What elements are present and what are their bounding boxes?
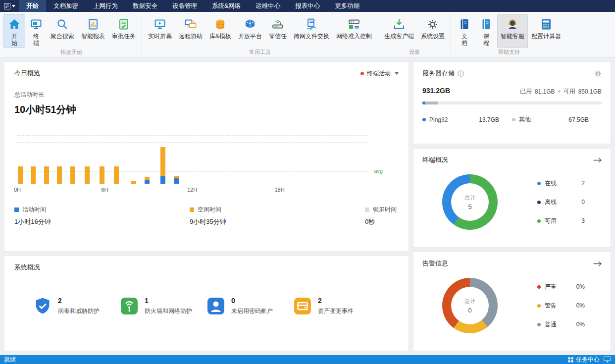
system-item-资产变更事件[interactable]: 2资产变更事件 [293,297,380,317]
ribbon-group-快速开始: 开 始终 端聚合搜索智能报表审批任务快速开始 [1,12,142,57]
ribbon-button-系统设置[interactable]: 系统设置 [417,14,448,48]
storage-free-value: 850.1GB [578,88,602,95]
alerts-card: 告警信息 总计 0 严重0%警告0%普通0% [413,252,611,351]
terminal-donut-legend: 在线2离线0可用3 [537,179,585,225]
chart-bar-idle-segment [100,166,104,184]
ribbon-button-生成客户端[interactable]: 生成客户端 [381,14,417,48]
ribbon-button-开放平台[interactable]: 开放平台 [235,14,265,48]
app-icon [4,3,10,9]
chart-bar [31,128,36,184]
terminal-activity-filter[interactable]: 终端活动 [360,69,399,78]
ribbon-button-开始[interactable]: 开 始 [3,14,25,48]
system-item-防火墙和网络防护[interactable]: 1防火墙和网络防护 [120,297,206,317]
ribbon-group-label: 快速开始 [1,49,142,57]
status-ready-label: 就绪 [0,356,16,364]
doc-icon [458,18,471,31]
user-icon [206,297,225,317]
ribbon-button-聚合搜索[interactable]: 聚合搜索 [47,14,78,48]
ribbon-button-网络准入控制[interactable]: 网络准入控制 [333,14,375,48]
asset-icon [293,297,312,317]
menu-item-数据安全[interactable]: 数据安全 [125,0,165,12]
alerts-donut-center-label: 总计 [464,298,475,305]
ribbon-button-智能客服[interactable]: 智能客服 [497,14,528,48]
menu-item-报表中心[interactable]: 报表中心 [288,0,327,12]
menu-item-上网行为[interactable]: 上网行为 [86,0,125,12]
system-item-病毒和威胁防护[interactable]: 2病毒和威胁防护 [33,297,120,317]
alerts-donut-center-value: 0 [468,307,471,314]
storage-used-label: 已用 [520,87,532,96]
chart-bar-idle-segment [131,181,136,184]
ribbon-button-配置计算器[interactable]: 配置计算器 [528,14,564,48]
terminal-card-arrow-icon[interactable] [593,157,602,163]
ribbon-button-label: 开放平台 [238,33,262,40]
ribbon-button-零信任[interactable]: 零信任 [265,14,290,48]
app-menu-button[interactable] [0,0,19,12]
total-activity-value: 10小时51分钟 [14,103,399,116]
legend-value: 1小时16分钟 [14,217,190,226]
ribbon-button-库&模板[interactable]: 库&模板 [206,14,235,48]
calculator-icon [540,18,553,31]
chart-bar-idle-segment [18,166,23,184]
ribbon-button-label: 跨网文件交换 [294,33,329,40]
legend-dot-icon [537,323,541,326]
legend-label: 可用 [545,217,557,225]
ribbon-group-设置: 生成客户端系统设置设置 [378,12,451,57]
system-card-title: 系统概况 [14,263,399,272]
library-icon [214,18,227,31]
storage-settings-gear-icon[interactable] [594,70,602,77]
ribbon-group-label: 设置 [378,49,451,57]
task-center-button[interactable]: 任务中心 [568,356,600,364]
chart-bar [18,128,23,184]
terminal-card-title: 终端概况 [422,156,448,164]
chart-bar-idle-segment [114,166,119,184]
legend-label: Ping32 [429,116,448,123]
chart-x-tick: 12H [187,187,197,193]
netaccess-icon [348,18,361,31]
ribbon-button-label: 配置计算器 [531,33,561,40]
menu-item-系统&网络[interactable]: 系统&网络 [205,0,248,12]
statusbar-monitor-icon[interactable] [604,357,611,363]
menu-item-运维中心[interactable]: 运维中心 [248,0,288,12]
storage-card-title: 服务器存储 [422,69,455,78]
chart-bar [85,128,90,184]
ribbon-button-远程协助[interactable]: 远程协助 [175,14,206,48]
legend-dot-icon [537,182,541,185]
legend-label: 警告 [545,302,557,310]
menu-item-文档加密[interactable]: 文档加密 [46,0,86,12]
ribbon-button-实时屏幕[interactable]: 实时屏幕 [145,14,175,48]
activity-chart-plot: avg0H6H12H18H [17,128,367,184]
legend-value: 9小时35分钟 [190,217,365,226]
ribbon-button-跨网文件交换[interactable]: 跨网文件交换 [290,14,333,48]
donut-legend-item: 普通0% [537,320,585,329]
legend-value: 13.7GB [479,116,499,123]
legend-value: 67.5GB [568,116,589,123]
ribbon-button-文档[interactable]: 文 档 [454,14,475,48]
menu-item-设备管理[interactable]: 设备管理 [165,0,205,12]
chart-bar-idle-segment [31,166,36,184]
ribbon-button-label: 远程协助 [179,33,203,40]
chart-bar [160,128,165,184]
ribbon-button-智能报表[interactable]: 智能报表 [78,14,108,48]
menu-item-更多功能[interactable]: 更多功能 [327,0,367,12]
activity-legend-item: 空闲时间9小时35分钟 [190,206,365,226]
ribbon-group-label: 帮助支持 [451,49,567,57]
ribbon-group-常用工具: 实时屏幕远程协助库&模板开放平台零信任跨网文件交换网络准入控制常用工具 [142,12,378,57]
ribbon-button-终端[interactable]: 终 端 [25,14,47,48]
legend-label: 普通 [545,320,557,329]
terminal-donut-center-value: 5 [468,203,471,210]
activity-chart: avg0H6H12H18H [17,128,367,184]
info-icon[interactable] [458,70,464,77]
ribbon-button-课程[interactable]: 课 程 [475,14,497,48]
ribbon-button-label: 网络准入控制 [336,33,372,40]
system-item-未启用密码帐户[interactable]: 0未启用密码帐户 [206,297,293,317]
ribbon: 开 始终 端聚合搜索智能报表审批任务快速开始实时屏幕远程协助库&模板开放平台零信… [0,12,615,57]
ribbon-button-审批任务[interactable]: 审批任务 [108,14,139,48]
storage-total: 931.2GB [422,87,450,95]
chart-bar-idle-segment [57,166,62,184]
menu-item-开始[interactable]: 开始 [19,0,46,12]
alerts-card-arrow-icon[interactable] [593,261,602,266]
ribbon-button-label: 库&模板 [209,33,231,40]
filter-label: 终端活动 [367,69,391,78]
legend-value: 3 [581,217,585,224]
legend-dot-icon [537,219,541,223]
